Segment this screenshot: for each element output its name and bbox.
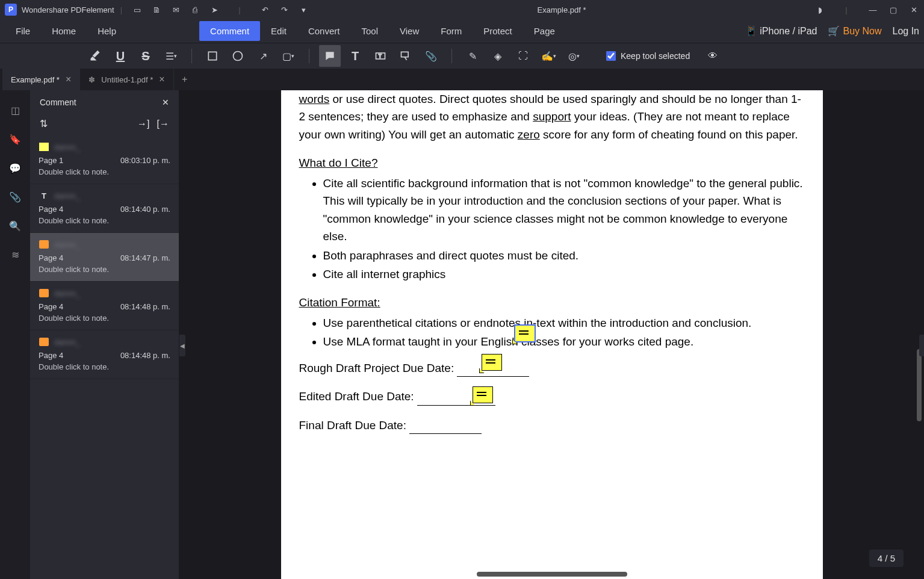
rectangle-tool[interactable] [202, 45, 223, 67]
heading: Citation Format: [299, 294, 805, 311]
close-icon[interactable]: ✕ [162, 98, 169, 107]
menu-convert[interactable]: Convert [297, 21, 351, 41]
login-link[interactable]: Log In [893, 26, 919, 37]
strikethrough-tool[interactable]: S [135, 45, 157, 67]
title-bar: P Wondershare PDFelement | ▭ 🗎 ✉ ⎙ ➤ | ↶… [0, 0, 924, 19]
import-icon[interactable]: →] [137, 119, 149, 129]
menu-comment[interactable]: Comment [199, 21, 260, 41]
right-panel-handle[interactable] [919, 335, 924, 356]
bookmarks-icon[interactable]: 🔖 [7, 131, 23, 147]
comment-item[interactable]: damm_Page 408:14:47 p. m.Double click to… [30, 233, 179, 282]
comment-page: Page 4 [39, 205, 63, 214]
save-icon[interactable]: 🗎 [151, 4, 162, 15]
mail-icon[interactable]: ✉ [170, 4, 181, 15]
highlight-tool[interactable] [84, 45, 106, 67]
shape-tool[interactable]: ▢▾ [278, 45, 299, 67]
comments-icon[interactable]: 💬 [7, 160, 23, 176]
comment-time: 08:14:47 p. m. [120, 253, 170, 262]
export-icon[interactable]: [→ [157, 119, 169, 129]
search-icon[interactable]: 🔍 [7, 218, 23, 234]
comment-item[interactable]: damm_Page 108:03:10 p. m.Double click to… [30, 135, 179, 184]
eraser-tool[interactable]: ◈ [487, 45, 509, 67]
undo-icon[interactable]: ↶ [259, 4, 270, 15]
comment-type-icon [39, 288, 49, 299]
comment-time: 08:14:48 p. m. [120, 351, 170, 360]
document-title: Example.pdf * [309, 5, 814, 14]
menu-right: 📱 iPhone / iPad 🛒 Buy Now Log In [745, 25, 919, 37]
arrow-tool[interactable]: ↗ [252, 45, 274, 67]
close-icon[interactable]: × [66, 74, 71, 85]
app-logo-icon: P [5, 4, 17, 16]
theme-icon[interactable]: ◗ [814, 4, 825, 15]
comment-item[interactable]: Tdamm_Page 408:14:40 p. m.Double click t… [30, 184, 179, 233]
pencil-tool[interactable]: ✎ [462, 45, 483, 67]
menu-help[interactable]: Help [87, 21, 127, 41]
vertical-scrollbar[interactable] [917, 349, 922, 421]
stamp-tool[interactable]: ⛶ [512, 45, 534, 67]
sticky-note-tool[interactable] [319, 45, 341, 67]
comment-item[interactable]: damm_Page 408:14:48 p. m.Double click to… [30, 282, 179, 330]
menu-tool[interactable]: Tool [350, 21, 389, 41]
left-rail: ◫ 🔖 💬 📎 🔍 ≋ [0, 90, 30, 579]
measure-tool[interactable]: ◎▾ [563, 45, 584, 67]
keep-tool-checkbox[interactable] [606, 51, 616, 61]
sticky-note-annotation[interactable] [482, 354, 502, 371]
folder-icon[interactable]: ▭ [132, 4, 143, 15]
thumbnails-icon[interactable]: ◫ [7, 102, 23, 118]
horizontal-scrollbar[interactable] [477, 572, 627, 577]
attachments-icon[interactable]: 📎 [7, 189, 23, 205]
sticky-note-annotation[interactable] [473, 386, 493, 403]
menu-view[interactable]: View [389, 21, 430, 41]
menu-form[interactable]: Form [430, 21, 473, 41]
share-icon[interactable]: ➤ [209, 4, 220, 15]
menu-page[interactable]: Page [523, 21, 566, 41]
heading: What do I Cite? [299, 154, 805, 172]
document-viewer[interactable]: words or use direct quotes. Direct quote… [179, 90, 924, 579]
sticky-note-annotation[interactable] [515, 325, 535, 342]
menu-edit[interactable]: Edit [260, 21, 297, 41]
comment-type-icon: T [39, 190, 49, 201]
comment-list: damm_Page 108:03:10 p. m.Double click to… [30, 135, 179, 579]
tab-untitled[interactable]: ✽ Untitled-1.pdf * × [80, 69, 173, 90]
visibility-tool[interactable]: 👁 [702, 45, 724, 67]
minimize-button[interactable]: — [867, 4, 878, 15]
signature-tool[interactable]: ✍▾ [538, 45, 559, 67]
menu-file[interactable]: File [5, 21, 41, 41]
text-tool[interactable]: T [344, 45, 366, 67]
add-tab-button[interactable]: + [174, 69, 196, 90]
close-icon[interactable]: × [159, 74, 164, 85]
sort-icon[interactable]: ⇅ [40, 118, 48, 129]
close-button[interactable]: ✕ [908, 4, 919, 15]
comment-toolbar: U S ☰▾ ↗ ▢▾ T T 📎 ✎ ◈ ⛶ ✍▾ ◎▾ Keep tool … [0, 43, 924, 69]
device-link[interactable]: 📱 iPhone / iPad [745, 25, 817, 37]
print-icon[interactable]: ⎙ [190, 4, 200, 15]
separator: | [234, 4, 245, 15]
text: words [299, 93, 330, 105]
underline-tool[interactable]: U [110, 45, 131, 67]
more-icon[interactable]: ▾ [298, 4, 309, 15]
comment-author: damm_ [54, 240, 80, 249]
comment-type-icon [39, 141, 49, 152]
page-indicator[interactable]: 4 / 5 [869, 550, 904, 567]
panel-collapse-handle[interactable]: ◀ [179, 335, 185, 356]
redo-icon[interactable]: ↷ [279, 4, 290, 15]
quick-access-toolbar: ▭ 🗎 ✉ ⎙ ➤ | ↶ ↷ ▾ [132, 4, 309, 15]
attachment-tool[interactable]: 📎 [420, 45, 442, 67]
separator [191, 49, 192, 63]
panel-tools: ⇅ →] [→ [30, 114, 179, 135]
blank-line [409, 433, 482, 434]
callout-tool[interactable] [395, 45, 417, 67]
buy-now-link[interactable]: 🛒 Buy Now [828, 25, 881, 37]
textbox-tool[interactable]: T [370, 45, 391, 67]
circle-tool[interactable] [227, 45, 249, 67]
list-tool[interactable]: ☰▾ [160, 45, 182, 67]
panel-header: Comment ✕ [30, 90, 179, 114]
comment-note: Double click to note. [39, 167, 170, 176]
menu-home[interactable]: Home [41, 21, 87, 41]
menu-protect[interactable]: Protect [473, 21, 523, 41]
layers-icon[interactable]: ≋ [7, 247, 23, 262]
keep-tool-selected[interactable]: Keep tool selected [606, 51, 690, 61]
maximize-button[interactable]: ▢ [888, 4, 899, 15]
tab-example[interactable]: Example.pdf * × [2, 69, 80, 90]
comment-item[interactable]: damm_Page 408:14:48 p. m.Double click to… [30, 330, 179, 379]
